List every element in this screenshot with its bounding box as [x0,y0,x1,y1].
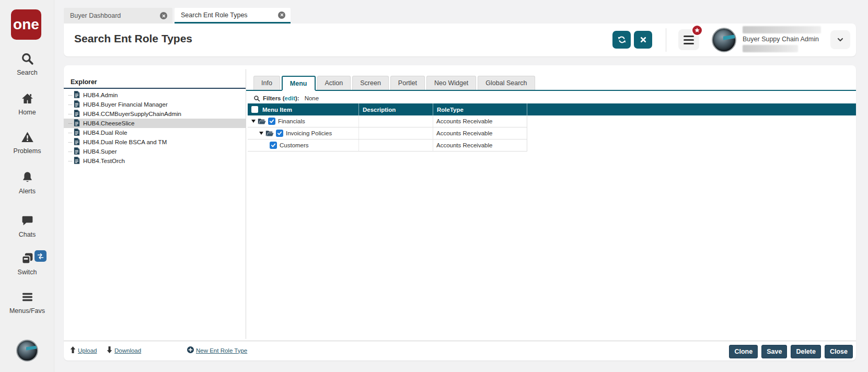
sidebar-avatar[interactable] [16,340,38,362]
sidebar-item-problems[interactable]: Problems [0,131,54,155]
delete-button[interactable]: Delete [791,345,821,358]
filters-edit-link[interactable]: edit [285,95,295,101]
row-checkbox[interactable] [276,130,283,137]
switch-arrows-icon[interactable] [34,250,47,262]
tree-item-label: HUB4.Buyer Financial Manager [83,101,168,108]
favorites-star-badge [691,25,703,36]
tab-info[interactable]: Info [253,76,280,90]
refresh-button[interactable] [612,31,631,49]
menu-items-table: Menu ItemDescriptionRoleType FinancialsA… [248,103,856,152]
user-info: Buyer Suppy Chain Admin [743,26,831,52]
sidebar-item-search[interactable]: Search [0,52,54,76]
user-avatar[interactable] [712,28,736,52]
explorer-title: Explorer [71,78,97,86]
column-header-label: Description [363,107,396,113]
tree-item[interactable]: HUB4.Admin [64,90,246,100]
folder-open-icon [265,130,274,137]
sidebar-item-chats[interactable]: Chats [0,214,54,238]
document-icon [74,119,83,127]
page-title: Search Ent Role Types [74,32,192,45]
window-tab-label: Search Ent Role Types [181,11,248,19]
tab-action[interactable]: Action [317,76,351,90]
action-bar: UploadDownloadNew Ent Role Type CloneSav… [64,341,856,361]
tab-screen[interactable]: Screen [352,76,389,90]
tree-connector [68,161,72,161]
sidebar-item-alerts[interactable]: Alerts [0,171,54,195]
sidebar: one SearchHomeProblemsAlertsChatsSwitchM… [0,0,54,372]
filters-suffix: ): [295,95,299,101]
tree-connector [68,95,72,96]
sidebar-item-switch[interactable]: Switch [0,252,54,276]
table-row[interactable]: CustomersAccounts Receivable [248,140,527,152]
filters-bar: Filters (edit): None [253,94,319,103]
tab-close-icon[interactable] [160,12,167,19]
tab-menu[interactable]: Menu [282,76,316,91]
footer-link-label: Upload [78,347,97,354]
document-icon [74,110,83,118]
warning-icon [21,131,34,146]
footer-link-label: New Ent Role Type [196,347,247,354]
user-dropdown-button[interactable] [830,30,850,49]
app-logo[interactable]: one [11,9,41,40]
chevron-down-icon [836,36,844,44]
tab-close-icon[interactable] [278,11,285,19]
menu-bars-icon [21,290,34,306]
tree-item[interactable]: HUB4.Super [64,147,246,156]
window-tab-label: Buyer Dashboard [70,12,121,19]
sidebar-item-label: Chats [19,231,36,238]
sidebar-item-menus-favs[interactable]: Menus/Favs [0,290,54,315]
column-header-menu-item[interactable]: Menu Item [248,103,359,115]
window-tab-search-ent-role-types[interactable]: Search Ent Role Types [175,8,291,24]
plus-circle-icon [187,346,196,354]
sidebar-item-home[interactable]: Home [0,92,54,116]
chat-icon [21,214,34,229]
select-all-checkbox[interactable] [251,106,258,113]
tree-item[interactable]: HUB4.TestOrch [64,156,246,166]
tab-portlet[interactable]: Portlet [390,76,425,90]
upload-link[interactable]: Upload [70,346,97,354]
download-link[interactable]: Download [107,346,141,354]
new-ent-role-type-link[interactable]: New Ent Role Type [187,346,247,354]
page-header: Search Ent Role Types Buyer Suppy Chain … [64,24,856,56]
main-panel: Explorer HUB4.AdminHUB4.Buyer Financial … [64,65,856,361]
redacted-user-org [743,45,798,52]
window-tab-buyer-dashboard[interactable]: Buyer Dashboard [64,8,172,24]
tree-connector [68,104,72,105]
window-tabstrip: Buyer DashboardSearch Ent Role Types [64,8,291,24]
close-button[interactable]: Close [825,345,853,358]
roletype-value: Accounts Receivable [436,130,492,136]
sidebar-item-label: Home [18,109,36,116]
close-page-button[interactable] [634,31,652,49]
roletype-value: Accounts Receivable [436,142,492,148]
tab-global-search[interactable]: Global Search [478,76,535,90]
tree-item[interactable]: HUB4.CCMBuyerSupplyChainAdmin [64,109,246,119]
row-checkbox[interactable] [270,142,277,149]
close-icon [638,34,649,45]
tree-item[interactable]: HUB4.Dual Role [64,128,246,137]
collapse-caret-icon[interactable] [251,120,256,123]
clone-button[interactable]: Clone [729,345,758,358]
tab-neo-widget[interactable]: Neo Widget [426,76,476,90]
explorer-panel: Explorer HUB4.AdminHUB4.Buyer Financial … [64,65,246,341]
table-row[interactable]: FinancialsAccounts Receivable [248,115,527,127]
column-header-description[interactable]: Description [359,103,433,115]
tree-item-label: HUB4.TestOrch [83,158,125,164]
menu-bars-icon [684,36,694,37]
document-icon [74,91,83,99]
roletype-value: Accounts Receivable [436,118,492,124]
column-header-roletype[interactable]: RoleType [433,103,527,115]
tree-item[interactable]: HUB4.Dual Role BSCA and TM [64,137,246,147]
sidebar-item-label: Menus/Favs [9,307,45,315]
row-checkbox[interactable] [268,118,275,125]
app-logo-text: one [13,16,39,33]
save-button[interactable]: Save [761,345,787,358]
footer-link-label: Download [114,347,141,354]
menu-item-label: Invoicing Policies [286,130,332,136]
download-arrow-icon [107,346,114,354]
tree-item[interactable]: HUB4.CheeseSlice [64,119,246,128]
tree-item[interactable]: HUB4.Buyer Financial Manager [64,100,246,109]
collapse-caret-icon[interactable] [259,132,263,135]
folder-open-icon [258,118,266,125]
table-row[interactable]: Invoicing PoliciesAccounts Receivable [248,127,527,140]
search-icon [21,52,34,67]
